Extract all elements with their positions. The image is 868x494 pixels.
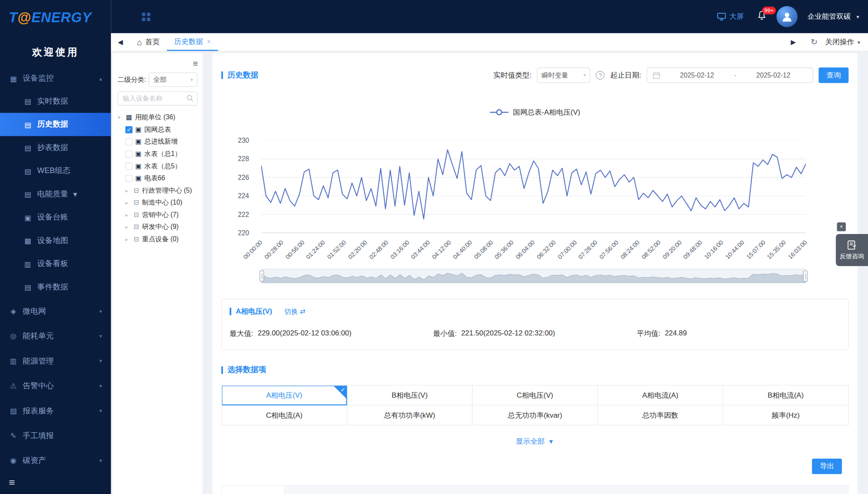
- tree-node-group-2[interactable]: ▸ ⊟ 营销中心 (7): [118, 208, 197, 221]
- checkbox[interactable]: [125, 138, 133, 145]
- chevron-down-icon[interactable]: ▾: [856, 14, 859, 20]
- tab-history-data[interactable]: 历史数据 ×: [167, 33, 218, 51]
- checkbox[interactable]: [125, 162, 133, 170]
- datazoom-left-handle[interactable]: [260, 271, 264, 282]
- datazoom-minimap: [262, 269, 805, 283]
- checkbox[interactable]: [125, 174, 133, 182]
- panel-collapse-icon[interactable]: ≡: [193, 59, 198, 68]
- sidebar-menu: ▦ 设备监控 ▴ ▤ 实时数据 ▤ 历史数据 ▤ 抄表数据 ▤ WEB组态 ▤: [0, 67, 111, 473]
- min-value: 221.50(2025-02-12 02:32:00): [461, 329, 555, 338]
- sidebar-item-meter-reading[interactable]: ▤ 抄表数据: [0, 136, 111, 159]
- max-value: 229.00(2025-02-12 03:06:00): [258, 329, 352, 338]
- org-name[interactable]: 企业能管双碳: [807, 12, 851, 21]
- tree-node-device-1[interactable]: ▣ 总进线新增: [118, 136, 197, 148]
- data-item-active-power[interactable]: 总有功功率(kW): [347, 405, 473, 425]
- data-item-a-voltage[interactable]: A相电压(V) ✓: [222, 386, 347, 406]
- caret-down-icon[interactable]: ▾: [118, 114, 123, 120]
- sidebar-item-power-quality[interactable]: ▤ 电能质量 ▾: [0, 182, 111, 206]
- data-item-b-current[interactable]: B相电流(A): [723, 386, 848, 406]
- manual-report-icon: ✎: [9, 431, 18, 439]
- sidebar-item-realtime-data[interactable]: ▤ 实时数据: [0, 90, 111, 113]
- tree-node-group-1[interactable]: ▸ ⊟ 制造中心 (10): [118, 196, 197, 209]
- query-button[interactable]: 查询: [819, 67, 848, 83]
- refresh-icon[interactable]: ↻: [810, 37, 817, 47]
- show-all-toggle[interactable]: 显示全部 ▼: [221, 436, 848, 446]
- sidebar-item-energy-unit[interactable]: ◎ 能耗单元 ▾: [0, 324, 111, 348]
- sidebar-item-manual-report[interactable]: ✎ 手工填报: [0, 423, 111, 448]
- start-date-value[interactable]: 2025-02-12: [663, 71, 731, 79]
- help-icon[interactable]: ?: [596, 71, 605, 80]
- sidebar-item-event-data[interactable]: ▤ 事件数据: [0, 275, 111, 299]
- tab-close-icon[interactable]: ×: [207, 38, 211, 45]
- chevron-down-icon: ▾: [99, 308, 102, 314]
- menu-group-device-monitoring[interactable]: ▦ 设备监控 ▴: [0, 67, 111, 90]
- export-button[interactable]: 导出: [812, 459, 842, 474]
- chart-legend[interactable]: 国网总表-A相电压(V): [221, 107, 848, 117]
- tree-node-group-0[interactable]: ▸ ⊟ 行政管理中心 (5): [118, 184, 197, 196]
- datazoom-right-handle[interactable]: [803, 271, 807, 282]
- title-accent-bar: [221, 366, 223, 374]
- category-select[interactable]: 全部 ▾: [149, 72, 197, 87]
- value-type-label: 实时值类型:: [493, 70, 531, 80]
- checkbox-checked[interactable]: ✓: [125, 126, 133, 133]
- feedback-icon: [847, 240, 857, 250]
- data-item-b-voltage[interactable]: B相电压(V): [347, 386, 473, 406]
- tree-node-device-4[interactable]: ▣ 电表66: [118, 172, 197, 185]
- data-item-c-voltage[interactable]: C相电压(V): [473, 386, 598, 406]
- checkbox[interactable]: [125, 150, 133, 157]
- tree-node-label: 行政管理中心 (5): [142, 185, 192, 195]
- energy-management-icon: ▥: [9, 357, 18, 365]
- tree-node-device-2[interactable]: ▣ 水表（总1）: [118, 148, 197, 160]
- notifications-button[interactable]: 99+: [757, 11, 767, 23]
- end-date-value[interactable]: 2025-02-12: [740, 71, 807, 79]
- sidebar-item-history-data[interactable]: ▤ 历史数据: [0, 113, 111, 136]
- sidebar-item-carbon-asset[interactable]: ◉ 碳资产 ▾: [0, 448, 111, 473]
- sidebar-item-device-board[interactable]: ▥ 设备看板: [0, 252, 111, 276]
- caret-right-icon[interactable]: ▸: [125, 187, 131, 193]
- org-building-icon: ▦: [126, 113, 132, 121]
- calendar-icon: [653, 72, 660, 79]
- value-type-select[interactable]: 瞬时变量 ▾: [537, 67, 590, 83]
- data-item-frequency[interactable]: 频率(Hz): [723, 405, 848, 425]
- caret-right-icon[interactable]: ▸: [125, 211, 131, 217]
- sidebar-item-report-service[interactable]: ▧ 报表服务 ▾: [0, 398, 111, 423]
- sidebar-item-energy-management[interactable]: ▥ 能源管理 ▾: [0, 349, 111, 373]
- chart-datazoom-slider[interactable]: [261, 269, 806, 283]
- close-icon[interactable]: ×: [837, 222, 846, 231]
- meter-reading-icon: ▤: [23, 144, 32, 152]
- monitor-icon: [717, 13, 726, 20]
- sidebar-item-alarm-center[interactable]: ⚠ 告警中心 ▾: [0, 373, 111, 398]
- sidebar-item-device-map[interactable]: ▩ 设备地图: [0, 229, 111, 252]
- device-search-input[interactable]: [118, 91, 197, 106]
- close-operations-dropdown[interactable]: 关闭操作 ▾: [825, 37, 860, 47]
- nav-forward-icon[interactable]: ▶: [784, 38, 803, 46]
- big-screen-link[interactable]: 大屏: [717, 12, 744, 21]
- sidebar-item-device-ledger[interactable]: ▣ 设备台账: [0, 206, 111, 229]
- tree-node-device-0[interactable]: ✓ ▣ 国网总表: [118, 123, 197, 136]
- switch-link[interactable]: 切换 ⇄: [284, 307, 306, 316]
- chevron-down-icon: ▾: [73, 190, 77, 199]
- tree-node-device-3[interactable]: ▣ 水表（总5）: [118, 160, 197, 172]
- data-item-c-current[interactable]: C相电流(A): [222, 405, 347, 425]
- caret-right-icon[interactable]: ▸: [125, 236, 131, 242]
- chevron-down-icon: ▾: [99, 383, 102, 389]
- data-item-power-factor[interactable]: 总功率因数: [598, 405, 723, 425]
- tree-node-group-4[interactable]: ▸ ⊟ 重点设备 (0): [118, 233, 197, 245]
- brand-logo[interactable]: T@ENERGY: [0, 0, 111, 34]
- data-item-reactive-power[interactable]: 总无功功率(kvar): [473, 405, 598, 425]
- sidebar-item-microgrid[interactable]: ◈ 微电网 ▾: [0, 299, 111, 324]
- apps-grid-icon[interactable]: [142, 12, 150, 20]
- sidebar-collapse-button[interactable]: ≡: [9, 476, 15, 488]
- avatar[interactable]: [776, 6, 797, 27]
- tab-home[interactable]: ⌂ 首页: [130, 33, 167, 51]
- nav-back-icon[interactable]: ◀: [111, 38, 130, 46]
- caret-right-icon[interactable]: ▸: [125, 199, 131, 205]
- data-item-a-current[interactable]: A相电流(A): [598, 386, 723, 406]
- sidebar-item-web-scada[interactable]: ▤ WEB组态: [0, 159, 111, 183]
- tree-node-label: 研发中心 (9): [142, 222, 179, 231]
- tree-node-root[interactable]: ▾ ▦ 用能单位 (36): [118, 111, 197, 124]
- caret-right-icon[interactable]: ▸: [125, 224, 131, 230]
- date-range-picker[interactable]: 2025-02-12 - 2025-02-12: [647, 67, 813, 83]
- feedback-button[interactable]: 反馈咨询: [836, 234, 868, 266]
- tree-node-group-3[interactable]: ▸ ⊟ 研发中心 (9): [118, 221, 197, 233]
